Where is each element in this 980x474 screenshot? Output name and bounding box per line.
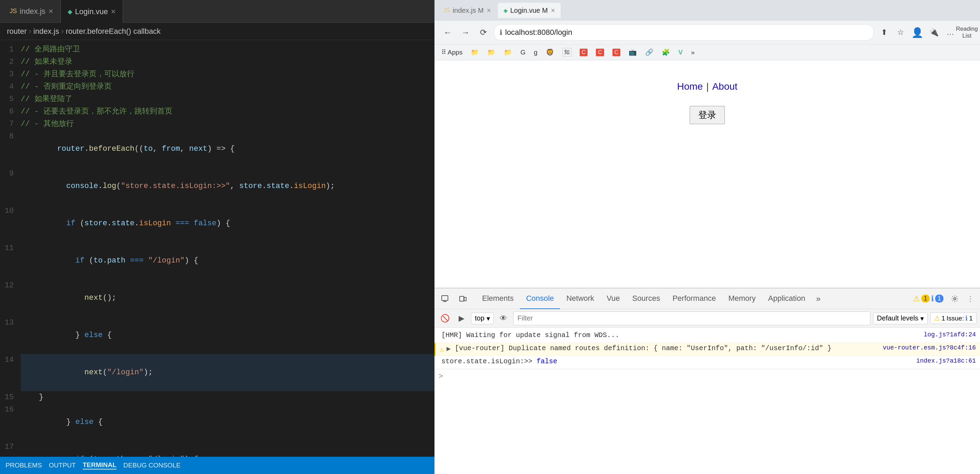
info-badge-icon: ℹ [931, 294, 934, 303]
breadcrumb-sep-2: › [61, 27, 64, 36]
code-line-1: 1 // 全局路由守卫 [0, 43, 434, 56]
devtools-tab-memory[interactable]: Memory [722, 289, 762, 309]
code-area: 1 // 全局路由守卫 2 // 如果未登录 3 // - 并且要去登录页，可以… [0, 40, 434, 457]
about-link[interactable]: About [712, 81, 737, 92]
devtools-tab-console[interactable]: Console [520, 289, 560, 309]
browser-tab-index-js[interactable]: JS index.js M ✕ [438, 3, 496, 18]
statusbar-debug-console[interactable]: DEBUG CONSOLE [123, 461, 181, 469]
devtools-tab-application[interactable]: Application [762, 289, 812, 309]
page-content: Home | About 登录 [434, 61, 980, 288]
bookmark-button[interactable]: ☆ [893, 25, 908, 40]
devtools-tab-network[interactable]: Network [560, 289, 600, 309]
console-source-islogin[interactable]: index.js?a18c:61 [916, 357, 976, 364]
browser-chrome: JS index.js M ✕ ◆ Login.vue M ✕ ← → ⟳ ℹ … [434, 0, 980, 61]
tab-close-index-js[interactable]: ✕ [48, 8, 53, 15]
bookmark-tv[interactable]: 📺 [625, 46, 640, 58]
console-filter-input[interactable] [513, 311, 870, 325]
editor-tab-index-js[interactable]: JS index.js ✕ [3, 0, 61, 23]
code-line-6: 6 // - 还要去登录页，那不允许，跳转到首页 [0, 105, 434, 118]
c2-icon: C [596, 49, 604, 56]
share-button[interactable]: ⬆ [877, 25, 892, 40]
url-text: localhost:8080/login [505, 28, 868, 37]
console-line-islogin: store.state.isLogin:>> false index.js?a1… [434, 356, 980, 369]
js-icon: JS [10, 8, 17, 15]
bookmark-ext[interactable]: 🧩 [658, 46, 673, 58]
devtools-inspect-button[interactable] [437, 291, 452, 306]
tab-close-login-vue[interactable]: ✕ [111, 8, 116, 16]
devtools-tab-sources[interactable]: Sources [626, 289, 666, 309]
breadcrumb-file[interactable]: index.js [33, 27, 59, 36]
devtools-panel: Elements Console Network Vue Sources Per… [434, 288, 980, 474]
bookmark-lion[interactable]: 🦁 [542, 46, 558, 58]
address-bar[interactable]: ℹ localhost:8080/login [494, 24, 874, 41]
console-source-hmr[interactable]: log.js?1afd:24 [924, 331, 976, 338]
show-hide-messages-button[interactable]: 👁 [496, 311, 510, 325]
login-button[interactable]: 登录 [690, 106, 725, 124]
bookmark-zhi[interactable]: 知 [559, 46, 575, 58]
statusbar-problems[interactable]: PROBLEMS [6, 461, 42, 469]
console-text-hmr: [HMR] Waiting for update signal from WDS… [441, 331, 921, 339]
bookmark-folder-1[interactable]: 📁 [467, 46, 482, 58]
code-line-2: 2 // 如果未登录 [0, 56, 434, 68]
console-source-warning[interactable]: vue-router.esm.js?8c4f:16 [883, 344, 976, 351]
profile-button[interactable]: 👤 [910, 25, 925, 40]
page-nav: Home | About [677, 81, 737, 92]
home-link[interactable]: Home [677, 81, 703, 92]
forward-button[interactable]: → [458, 25, 473, 40]
browser-tab-close-login[interactable]: ✕ [551, 7, 555, 14]
context-selector[interactable]: top ▾ [471, 313, 494, 324]
reading-list-button[interactable]: Reading List [959, 25, 974, 40]
bookmark-folder-2[interactable]: 📁 [484, 46, 499, 58]
clear-console-button[interactable]: 🚫 [438, 311, 452, 325]
devtools-overflow-button[interactable]: » [811, 291, 825, 306]
warning-icon: ⚠ [440, 344, 444, 354]
devtools-tab-vue[interactable]: Vue [600, 289, 626, 309]
filter-text-input[interactable] [518, 314, 866, 322]
devtools-settings-button[interactable] [948, 293, 962, 305]
browser-pane: JS index.js M ✕ ◆ Login.vue M ✕ ← → ⟳ ℹ … [434, 0, 980, 474]
bookmark-more[interactable]: » [687, 46, 698, 58]
log-level-selector[interactable]: Default levels ▾ [873, 313, 928, 324]
console-toolbar: 🚫 ▶ top ▾ 👁 Default levels ▾ ⚠ 1 [434, 309, 980, 328]
warning-expand-icon[interactable]: ▶ [447, 344, 451, 353]
browser-tab-close-index[interactable]: ✕ [487, 7, 491, 14]
devtools-tab-actions: ⚠ 1 ℹ 1 ⋮ [913, 292, 977, 305]
bookmark-v[interactable]: V [675, 46, 686, 58]
issues-count-display: ⚠ 1 Issue: ℹ 1 [930, 313, 977, 324]
bookmark-c1[interactable]: C [576, 46, 591, 58]
browser-tabs-bar: JS index.js M ✕ ◆ Login.vue M ✕ [434, 0, 980, 21]
issue-warning-icon: ⚠ [934, 314, 940, 322]
devtools-device-button[interactable] [455, 291, 470, 306]
breadcrumb-callback[interactable]: router.beforeEach() callback [66, 27, 161, 36]
code-line-9: 9 console.log("store.state.isLogin:>>", … [0, 168, 434, 205]
bookmark-google[interactable]: G [517, 46, 529, 58]
code-line-11: 11 if (to.path === "/login") { [0, 242, 434, 279]
zhi-icon: 知 [562, 48, 571, 57]
console-text-warning: [vue-router] Duplicate named routes defi… [455, 344, 880, 352]
reload-button[interactable]: ⟳ [476, 25, 491, 40]
bookmark-link[interactable]: 🔗 [642, 46, 657, 58]
extension-button[interactable]: 🔌 [926, 25, 941, 40]
bookmark-apps[interactable]: ⠿ Apps [438, 46, 466, 58]
devtools-tab-performance[interactable]: Performance [666, 289, 722, 309]
issue-warning-count: 1 [941, 314, 945, 322]
editor-tab-login-vue[interactable]: ◆ Login.vue ✕ [61, 0, 123, 23]
browser-tab-login-vue[interactable]: ◆ Login.vue M ✕ [498, 3, 561, 18]
more-bookmarks-icon: » [691, 49, 695, 56]
bookmark-c3[interactable]: C [609, 46, 624, 58]
bookmark-c2[interactable]: C [592, 46, 608, 58]
devtools-tab-elements[interactable]: Elements [476, 289, 520, 309]
statusbar-terminal[interactable]: TERMINAL [83, 461, 116, 469]
bookmark-folder-3[interactable]: 📁 [500, 46, 515, 58]
tv-icon: 📺 [628, 48, 637, 56]
console-line-warning: ⚠ ▶ [vue-router] Duplicate named routes … [434, 343, 980, 356]
context-label: top [475, 314, 484, 322]
lion-icon: 🦁 [546, 48, 554, 56]
statusbar-output[interactable]: OUTPUT [49, 461, 76, 469]
back-button[interactable]: ← [440, 25, 455, 40]
execute-context-button[interactable]: ▶ [455, 311, 468, 325]
devtools-more-button[interactable]: ⋮ [963, 292, 977, 305]
g2-icon: g [534, 49, 538, 56]
bookmark-g2[interactable]: g [530, 46, 541, 58]
breadcrumb-router[interactable]: router [7, 27, 27, 36]
